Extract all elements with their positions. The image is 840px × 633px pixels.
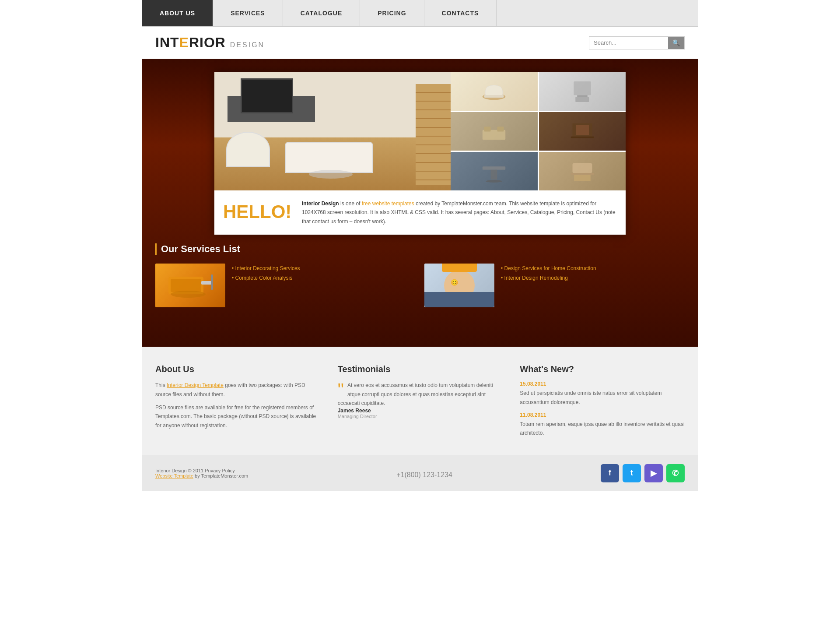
nav-pricing[interactable]: PRICING <box>360 0 424 26</box>
svg-rect-14 <box>572 163 592 173</box>
hello-section: HELLO! Interior Design is one of free we… <box>214 190 626 235</box>
gallery-thumbs <box>451 72 626 190</box>
service-item-1a: Interior Decorating Services <box>232 264 300 273</box>
svg-rect-16 <box>574 175 591 181</box>
thumb-4 <box>539 112 626 151</box>
footer-copyright: Interior Design © 2011 Privacy Policy We… <box>155 468 248 478</box>
hello-intro: is one of <box>340 200 362 207</box>
footer-about-title: About Us <box>155 364 320 374</box>
nav-contacts[interactable]: CONTACTS <box>424 0 497 26</box>
hello-bold: Interior Design <box>302 200 339 207</box>
service-item-2a: Design Services for Home Construction <box>501 264 596 273</box>
svg-rect-15 <box>571 173 594 175</box>
thumb-6 <box>539 152 626 190</box>
footer-top: About Us This Interior Design Template g… <box>142 347 698 455</box>
main-nav: ABOUT US SERVICES CATALOGUE PRICING CONT… <box>142 0 698 27</box>
hero-section: HELLO! Interior Design is one of free we… <box>142 59 698 347</box>
service-image-worker: 😊 <box>424 264 494 307</box>
logo-highlight: E <box>179 35 189 50</box>
footer-testimonials-title: Testimonials <box>338 364 503 374</box>
hello-description: Interior Design is one of free website t… <box>302 199 617 226</box>
svg-rect-2 <box>574 81 591 95</box>
site-header: INTERIOR DESIGN 🔍 <box>142 27 698 59</box>
svg-rect-7 <box>497 127 504 131</box>
service-image-paint <box>155 264 225 307</box>
svg-rect-11 <box>483 166 506 170</box>
footer-about: About Us This Interior Design Template g… <box>155 364 320 438</box>
service-block-1: Interior Decorating Services Complete Co… <box>155 264 416 307</box>
gallery-main-image <box>214 72 451 190</box>
svg-point-13 <box>486 180 503 183</box>
svg-rect-12 <box>491 169 497 179</box>
svg-rect-19 <box>201 281 212 285</box>
svg-rect-9 <box>576 125 589 135</box>
copyright-text: Interior Design © 2011 Privacy Policy <box>155 468 235 473</box>
footer-phone: +1(800) 123-1234 <box>396 466 452 480</box>
news-date-2: 11.08.2011 <box>520 412 685 418</box>
testimonial-role: Managing Director <box>338 414 503 419</box>
service-block-2: 😊 Design Services for Home Construction … <box>424 264 685 307</box>
svg-rect-20 <box>211 274 213 290</box>
footer-testimonials: Testimonials " At vero eos et accusamus … <box>338 364 503 438</box>
service-list-1: Interior Decorating Services Complete Co… <box>232 264 300 283</box>
thumb-5 <box>451 152 538 190</box>
news-text-1: Sed ut perspiciatis unde omnis iste natu… <box>520 389 685 407</box>
thumb-1 <box>451 72 538 111</box>
phone-number: +1(800) 123-1234 <box>396 471 452 478</box>
services-grid: Interior Decorating Services Complete Co… <box>155 264 685 307</box>
facebook-icon[interactable]: f <box>601 464 619 482</box>
content-card: HELLO! Interior Design is one of free we… <box>214 72 626 235</box>
news-text-2: Totam rem aperiam, eaque ipsa quae ab il… <box>520 420 685 438</box>
nav-services[interactable]: SERVICES <box>213 0 283 26</box>
footer-about-p2: PSD source files are available for free … <box>155 403 320 430</box>
thumb-2 <box>539 72 626 111</box>
svg-rect-1 <box>484 95 504 98</box>
nav-about[interactable]: ABOUT US <box>142 0 213 26</box>
testimonial-text: At vero eos et accusamus et iusto odio t… <box>338 382 493 406</box>
footer-whats-new-title: What's New? <box>520 364 685 374</box>
logo-design: DESIGN <box>230 41 265 49</box>
nav-catalogue[interactable]: CATALOGUE <box>283 0 360 26</box>
footer-about-p1: This Interior Design Template goes with … <box>155 381 320 399</box>
footer-template-link[interactable]: Website Template <box>155 473 193 478</box>
service-item-2b: Interior Design Remodeling <box>501 273 596 283</box>
search-input[interactable] <box>589 37 668 49</box>
svg-point-21 <box>171 291 206 298</box>
svg-rect-4 <box>575 97 589 102</box>
youtube-icon[interactable]: ▶ <box>644 464 663 482</box>
thumb-3 <box>451 112 538 151</box>
testimonial-author: James Reese <box>338 408 503 414</box>
search-button[interactable]: 🔍 <box>668 37 684 49</box>
service-list-2: Design Services for Home Construction In… <box>501 264 596 283</box>
quote-mark: " <box>338 381 344 398</box>
logo-rior: RIOR <box>189 35 226 50</box>
social-icons: f t ▶ ✆ <box>601 464 685 482</box>
whatsapp-icon[interactable]: ✆ <box>666 464 685 482</box>
logo-int: INT <box>155 35 179 50</box>
search-box: 🔍 <box>589 36 685 49</box>
services-section: Our Services List Interior D <box>142 235 698 325</box>
gallery <box>214 72 626 190</box>
site-logo: INTERIOR DESIGN <box>155 35 265 51</box>
footer-about-link[interactable]: Interior Design Template <box>167 382 224 388</box>
service-item-1b: Complete Color Analysis <box>232 273 300 283</box>
svg-rect-10 <box>571 136 594 138</box>
hello-label: HELLO! <box>223 199 293 222</box>
svg-rect-3 <box>577 95 588 97</box>
services-title: Our Services List <box>155 243 685 255</box>
twitter-icon[interactable]: t <box>623 464 641 482</box>
svg-rect-6 <box>484 127 491 131</box>
svg-rect-18 <box>171 279 201 292</box>
hello-link[interactable]: free website templates <box>362 200 414 207</box>
footer-whats-new: What's New? 15.08.2011 Sed ut perspiciat… <box>520 364 685 438</box>
footer-bottom: Interior Design © 2011 Privacy Policy We… <box>142 455 698 491</box>
footer-by: by TemplateMonster.com <box>195 473 248 478</box>
news-date-1: 15.08.2011 <box>520 381 685 387</box>
